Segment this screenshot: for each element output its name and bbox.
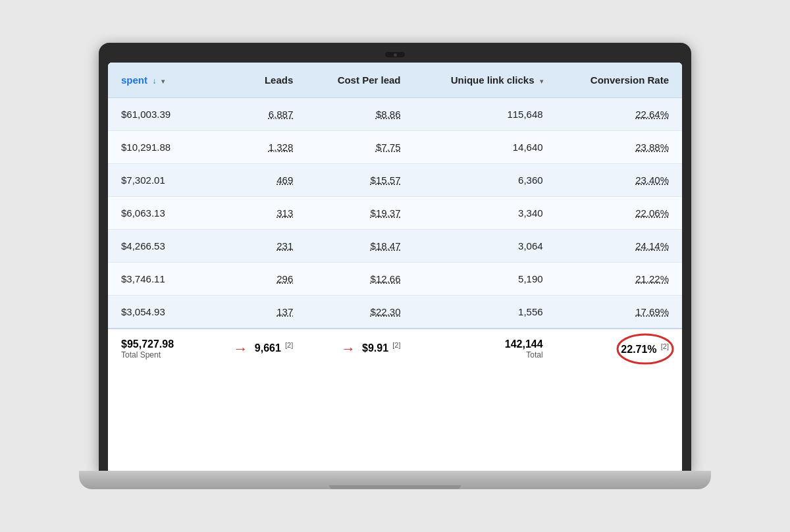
table-row: $61,003.396,887$8.86115,64822.64% bbox=[108, 98, 682, 131]
cell-conversion_rate[interactable]: 17.69% bbox=[556, 296, 682, 329]
link-cost_per_lead[interactable]: $8.86 bbox=[376, 109, 401, 120]
footer-total-clicks: 142,144 Total bbox=[414, 329, 556, 369]
col-label-cost-per-lead: Cost Per lead bbox=[338, 74, 401, 86]
total-cost-badge: [2] bbox=[392, 341, 400, 349]
cell-conversion_rate[interactable]: 23.40% bbox=[556, 164, 682, 197]
cell-spent: $3,746.11 bbox=[108, 263, 203, 296]
cell-leads[interactable]: 313 bbox=[203, 197, 306, 230]
total-leads-value: 9,661 bbox=[255, 342, 281, 354]
cell-unique_link_clicks: 3,340 bbox=[414, 197, 556, 230]
table-row: $6,063.13313$19.373,34022.06% bbox=[108, 197, 682, 230]
cell-unique_link_clicks: 14,640 bbox=[414, 131, 556, 164]
table-header-row: spent ↓ ▾ Leads Cost Per lead bbox=[108, 63, 682, 98]
cell-cost_per_lead[interactable]: $22.30 bbox=[306, 296, 413, 329]
data-table: spent ↓ ▾ Leads Cost Per lead bbox=[108, 63, 682, 369]
cell-cost_per_lead[interactable]: $8.86 bbox=[306, 98, 413, 131]
cell-unique_link_clicks: 115,648 bbox=[414, 98, 556, 131]
link-leads[interactable]: 137 bbox=[276, 306, 293, 317]
cell-spent: $10,291.88 bbox=[108, 131, 203, 164]
cell-conversion_rate[interactable]: 23.88% bbox=[556, 131, 682, 164]
link-conversion_rate[interactable]: 21.22% bbox=[635, 273, 669, 284]
link-leads[interactable]: 469 bbox=[276, 174, 293, 186]
cell-spent: $61,003.39 bbox=[108, 98, 203, 131]
cell-conversion_rate[interactable]: 21.22% bbox=[556, 263, 682, 296]
col-header-conversion-rate[interactable]: Conversion Rate bbox=[556, 63, 682, 98]
footer-total-spent: $95,727.98 Total Spent bbox=[108, 329, 203, 369]
link-leads[interactable]: 296 bbox=[276, 273, 293, 284]
circled-conversion: 22.71% [2] bbox=[621, 342, 669, 356]
cell-leads[interactable]: 296 bbox=[203, 263, 306, 296]
link-cost_per_lead[interactable]: $19.37 bbox=[371, 207, 401, 219]
cell-unique_link_clicks: 5,190 bbox=[414, 263, 556, 296]
table-row: $10,291.881,328$7.7514,64023.88% bbox=[108, 131, 682, 164]
cell-spent: $6,063.13 bbox=[108, 197, 203, 230]
laptop-wrapper: spent ↓ ▾ Leads Cost Per lead bbox=[79, 43, 711, 489]
link-cost_per_lead[interactable]: $22.30 bbox=[371, 306, 401, 317]
cell-leads[interactable]: 137 bbox=[203, 296, 306, 329]
col-header-unique-clicks[interactable]: Unique link clicks ▾ bbox=[414, 63, 556, 98]
link-cost_per_lead[interactable]: $15.57 bbox=[371, 174, 401, 186]
link-conversion_rate[interactable]: 24.14% bbox=[635, 240, 669, 252]
link-leads[interactable]: 6,887 bbox=[269, 109, 294, 120]
link-cost_per_lead[interactable]: $7.75 bbox=[376, 142, 401, 153]
cell-cost_per_lead[interactable]: $12.66 bbox=[306, 263, 413, 296]
cell-leads[interactable]: 469 bbox=[203, 164, 306, 197]
link-leads[interactable]: 313 bbox=[276, 207, 293, 219]
red-arrow-leads: → bbox=[234, 340, 248, 358]
cell-unique_link_clicks: 1,556 bbox=[414, 296, 556, 329]
link-conversion_rate[interactable]: 17.69% bbox=[635, 306, 669, 317]
total-cost-value: $9.91 bbox=[362, 342, 388, 354]
red-arrow-cost: → bbox=[341, 340, 356, 358]
link-conversion_rate[interactable]: 23.88% bbox=[635, 142, 669, 153]
col-label-conversion-rate: Conversion Rate bbox=[591, 74, 669, 86]
col-header-cost-per-lead[interactable]: Cost Per lead bbox=[306, 63, 413, 98]
cell-cost_per_lead[interactable]: $19.37 bbox=[306, 197, 413, 230]
sort-icon-spent: ↓ bbox=[152, 76, 156, 86]
footer-total-conversion: 22.71% [2] bbox=[556, 329, 682, 369]
camera-dot bbox=[394, 53, 397, 57]
total-leads-badge: [2] bbox=[285, 341, 293, 349]
table-row: $3,746.11296$12.665,19021.22% bbox=[108, 263, 682, 296]
cell-cost_per_lead[interactable]: $15.57 bbox=[306, 164, 413, 197]
link-leads[interactable]: 231 bbox=[276, 240, 293, 252]
dropdown-arrow-spent[interactable]: ▾ bbox=[161, 78, 165, 85]
cell-leads[interactable]: 6,887 bbox=[203, 98, 306, 131]
cell-unique_link_clicks: 6,360 bbox=[414, 164, 556, 197]
col-label-unique-clicks: Unique link clicks bbox=[451, 74, 535, 86]
link-conversion_rate[interactable]: 22.06% bbox=[635, 207, 669, 219]
total-clicks-label: Total bbox=[427, 350, 543, 359]
table-row: $3,054.93137$22.301,55617.69% bbox=[108, 296, 682, 329]
camera-notch bbox=[385, 52, 405, 57]
laptop-base bbox=[79, 471, 711, 489]
cell-conversion_rate[interactable]: 24.14% bbox=[556, 230, 682, 263]
cell-spent: $7,302.01 bbox=[108, 164, 203, 197]
col-header-leads[interactable]: Leads bbox=[203, 63, 306, 98]
cell-leads[interactable]: 1,328 bbox=[203, 131, 306, 164]
cell-unique_link_clicks: 3,064 bbox=[414, 230, 556, 263]
link-conversion_rate[interactable]: 23.40% bbox=[635, 174, 669, 186]
total-conversion-value: 22.71% bbox=[621, 344, 656, 355]
col-label-leads: Leads bbox=[265, 74, 293, 86]
cell-cost_per_lead[interactable]: $7.75 bbox=[306, 131, 413, 164]
table-row: $4,266.53231$18.473,06424.14% bbox=[108, 230, 682, 263]
total-conversion-badge: [2] bbox=[661, 342, 669, 350]
footer-total-cost: → $9.91 [2] bbox=[306, 329, 413, 369]
link-cost_per_lead[interactable]: $12.66 bbox=[371, 273, 401, 284]
cell-leads[interactable]: 231 bbox=[203, 230, 306, 263]
table-container: spent ↓ ▾ Leads Cost Per lead bbox=[108, 63, 682, 369]
total-spent-value: $95,727.98 bbox=[121, 338, 190, 350]
cell-cost_per_lead[interactable]: $18.47 bbox=[306, 230, 413, 263]
col-header-spent[interactable]: spent ↓ ▾ bbox=[108, 63, 203, 98]
cell-spent: $3,054.93 bbox=[108, 296, 203, 329]
dropdown-arrow-unique-clicks[interactable]: ▾ bbox=[540, 78, 543, 85]
link-cost_per_lead[interactable]: $18.47 bbox=[371, 240, 401, 252]
table-row: $7,302.01469$15.576,36023.40% bbox=[108, 164, 682, 197]
cell-conversion_rate[interactable]: 22.64% bbox=[556, 98, 682, 131]
link-conversion_rate[interactable]: 22.64% bbox=[635, 109, 669, 120]
col-label-spent: spent bbox=[121, 74, 147, 86]
screen-content: spent ↓ ▾ Leads Cost Per lead bbox=[108, 63, 682, 471]
cell-conversion_rate[interactable]: 22.06% bbox=[556, 197, 682, 230]
link-leads[interactable]: 1,328 bbox=[269, 142, 294, 153]
footer-total-leads: → 9,661 [2] bbox=[203, 329, 306, 369]
cell-spent: $4,266.53 bbox=[108, 230, 203, 263]
